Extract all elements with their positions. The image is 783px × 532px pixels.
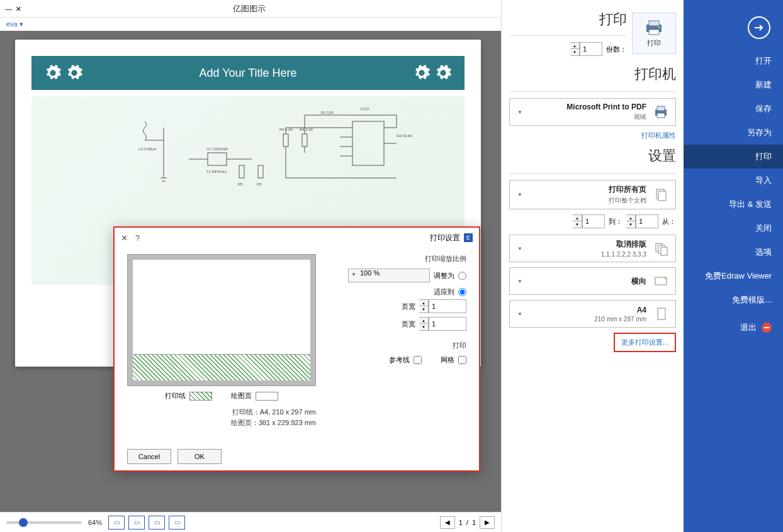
zoom-whole-icon[interactable]: ▭ xyxy=(169,516,185,529)
printer-properties-link[interactable]: 打印机属性 xyxy=(509,131,676,140)
legend-print-swatch xyxy=(189,392,212,401)
dialog-app-icon: E xyxy=(464,233,473,242)
adjust-percent-select[interactable]: 100 % xyxy=(348,269,430,282)
nav-templates[interactable]: 免费模版... xyxy=(684,288,783,312)
back-arrow-icon xyxy=(748,16,770,39)
nav-import[interactable]: 导入 xyxy=(684,169,783,192)
svg-rect-6 xyxy=(657,113,665,118)
page-nav: ◀ 1 / 1 ▶ xyxy=(440,516,495,529)
svg-text:R5: R5 xyxy=(238,182,243,186)
nav-close[interactable]: 关闭 xyxy=(684,216,783,240)
copies-spinner-buttons[interactable]: ▲▼ xyxy=(570,42,580,56)
width-label: 页宽 xyxy=(402,302,415,311)
page-total: 1 xyxy=(472,519,476,526)
paper-sub: 210 mm x 297 mm xyxy=(525,316,646,323)
doc-header: Add Your Title Here xyxy=(31,56,465,90)
range-from-input[interactable] xyxy=(636,214,658,228)
svg-text:C110: C110 xyxy=(360,107,369,111)
page-now: 1 xyxy=(459,519,463,526)
chevron-down-icon: ▼ xyxy=(515,279,525,284)
svg-rect-37 xyxy=(239,165,244,178)
height-input[interactable] xyxy=(429,317,466,331)
svg-rect-33 xyxy=(208,153,227,165)
printer-status: 就绪 xyxy=(525,113,646,121)
zoom-fit-icon[interactable]: ▭ xyxy=(108,516,125,529)
ok-button[interactable]: OK xyxy=(177,449,222,464)
dialog-help-icon[interactable]: ? xyxy=(135,233,140,243)
copies-input[interactable] xyxy=(580,42,602,56)
dialog-titlebar: ✕ ? 打印设置 E xyxy=(115,228,479,248)
print-group-title: 打印 xyxy=(329,341,466,350)
width-input[interactable] xyxy=(429,299,466,313)
app-title: 亿图图示 xyxy=(233,3,266,14)
scale-group-title: 打印缩放比例 xyxy=(329,254,466,263)
page-prev[interactable]: ◀ xyxy=(440,516,455,529)
nav-print[interactable]: 打印 xyxy=(684,145,783,169)
copies-row: ▲▼ 份数： xyxy=(509,42,627,56)
zoom-percent: 64% xyxy=(88,519,102,526)
paper-card[interactable]: ▼ A4 210 mm x 297 mm xyxy=(509,300,676,328)
more-print-settings-link[interactable]: 更多打印设置... xyxy=(614,333,676,352)
zoom-page-icon[interactable]: ▭ xyxy=(149,516,165,529)
preview-area: — × 亿图图示 eva ▾ Add Your Title Here xyxy=(0,0,501,532)
svg-text:R3: R3 xyxy=(257,182,262,186)
zoom-width-icon[interactable]: ▭ xyxy=(128,516,145,529)
pages-card[interactable]: ▼ 打印所有页 打印整个文档 xyxy=(509,180,676,209)
pages-icon xyxy=(651,186,670,204)
range-to-input[interactable] xyxy=(582,214,605,228)
legend-draw-label: 绘图页 xyxy=(231,391,252,401)
legend-print-label: 打印纸 xyxy=(165,391,186,401)
printer-name: Microsoft Print to PDF xyxy=(525,103,646,111)
collate-icon xyxy=(651,239,670,258)
window-minimize[interactable]: — xyxy=(5,5,12,13)
gear-icon xyxy=(65,64,83,82)
back-button[interactable] xyxy=(684,13,783,49)
title-bar: — × 亿图图示 xyxy=(0,0,501,18)
printer-select-card[interactable]: ▼ Microsoft Print to PDF 就绪 xyxy=(509,98,676,126)
page-next[interactable]: ▶ xyxy=(480,516,495,529)
grid-checkbox[interactable] xyxy=(458,356,466,364)
chevron-down-icon: ▼ xyxy=(515,109,525,115)
printer-heading: 打印机 xyxy=(509,65,676,84)
nav-open[interactable]: 打开 xyxy=(684,49,783,73)
height-spinner[interactable]: ▲▼ xyxy=(419,317,429,331)
chevron-down-icon: ▼ xyxy=(515,246,525,252)
nav-exit[interactable]: 退出 xyxy=(684,316,783,340)
svg-text:R1 12K: R1 12K xyxy=(321,111,334,114)
nav-viewer[interactable]: 免费Edraw Viewer xyxy=(684,264,783,288)
orientation-icon xyxy=(651,272,670,291)
info-draw-page: 绘图页：381 x 229.923 mm xyxy=(127,418,316,428)
nav-options[interactable]: 选项 xyxy=(684,240,783,264)
orientation-title: 横向 xyxy=(525,276,646,287)
doc-title: Add Your Title Here xyxy=(199,67,296,80)
orientation-card[interactable]: ▼ 横向 xyxy=(509,267,676,295)
range-from-spinner[interactable]: ▲▼ xyxy=(626,214,636,228)
collate-card[interactable]: ▼ 取消排版 1,1,1 2,2,2 3,3,3 xyxy=(509,235,676,262)
nav-export[interactable]: 导出 & 发送 xyxy=(684,192,783,216)
ref-checkbox[interactable] xyxy=(414,356,422,364)
fit-radio[interactable] xyxy=(458,288,466,296)
nav-saveas[interactable]: 另存为 xyxy=(684,121,783,145)
svg-text:T1 MPSH11: T1 MPSH11 xyxy=(206,170,227,174)
cancel-button[interactable]: Cancel xyxy=(127,449,171,464)
dialog-close-icon[interactable]: ✕ xyxy=(121,233,128,243)
svg-text:R4 1.6K: R4 1.6K xyxy=(279,128,293,131)
svg-rect-13 xyxy=(658,308,665,319)
nav-save[interactable]: 保存 xyxy=(684,97,783,121)
save-indicator[interactable]: eva ▾ xyxy=(0,18,501,31)
window-close[interactable]: × xyxy=(16,3,21,14)
svg-rect-5 xyxy=(657,106,665,111)
zoom-slider[interactable] xyxy=(6,521,82,524)
collate-sub: 1,1,1 2,2,2 3,3,3 xyxy=(525,251,646,258)
slider-thumb[interactable] xyxy=(19,518,28,527)
nav-new[interactable]: 新建 xyxy=(684,73,783,97)
legend-draw-swatch xyxy=(256,392,278,401)
width-spinner[interactable]: ▲▼ xyxy=(419,299,429,313)
adjust-radio[interactable] xyxy=(458,272,466,280)
range-to-spinner[interactable]: ▲▼ xyxy=(573,214,582,228)
height-label: 页宽 xyxy=(402,319,415,329)
svg-rect-1 xyxy=(649,21,659,26)
collate-title: 取消排版 xyxy=(525,239,646,250)
print-button[interactable]: 打印 xyxy=(632,13,676,54)
svg-text:C1 C052F6F: C1 C052F6F xyxy=(206,147,228,151)
